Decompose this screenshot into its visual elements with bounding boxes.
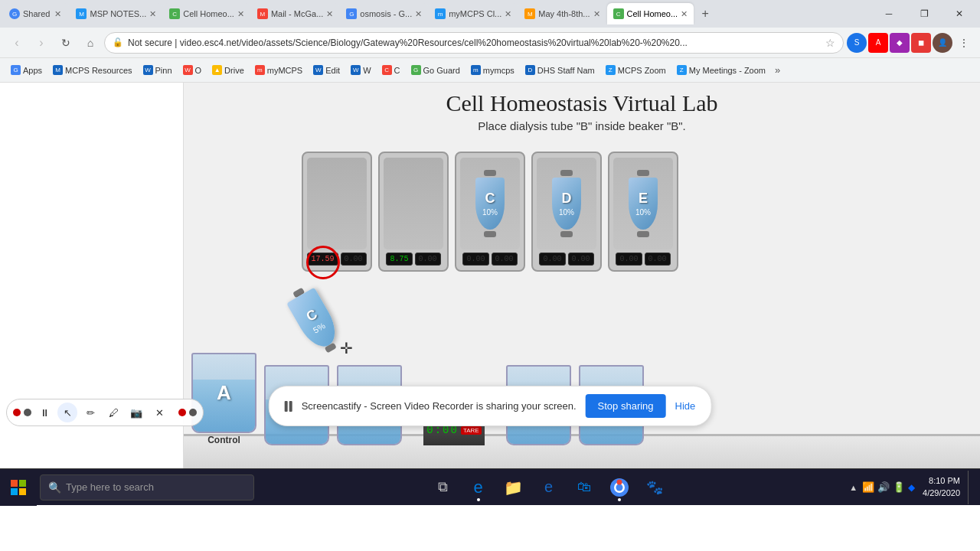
tab-mail-close[interactable]: ✕: [326, 9, 333, 19]
camera-overlay-button[interactable]: 📷: [126, 403, 146, 422]
tab-mail[interactable]: M Mail - McGa... ✕: [251, 3, 339, 24]
tab-mymcps[interactable]: m myMCPS Cl... ✕: [429, 3, 518, 24]
bookmark-w-label: W: [363, 66, 371, 75]
taskbar-app-fileexplorer[interactable]: 📁: [497, 471, 531, 504]
back-button[interactable]: ‹: [6, 32, 28, 54]
tray-chevron[interactable]: ▲: [849, 483, 858, 492]
bookmark-drive[interactable]: ▲ Drive: [207, 64, 249, 77]
show-desktop-button[interactable]: [968, 471, 974, 504]
bench-scale-tare[interactable]: TARE: [461, 426, 482, 435]
bookmark-edit[interactable]: W Edit: [309, 64, 345, 77]
bookmark-mymeetings[interactable]: Z My Meetings - Zoom: [672, 64, 770, 77]
bookmark-apps-favicon: G: [11, 65, 21, 75]
start-button[interactable]: [0, 469, 37, 506]
scale-display-c: 0.00 0.00: [462, 253, 517, 266]
pen-overlay-button[interactable]: ✏: [80, 403, 100, 422]
bookmark-star-icon[interactable]: ☆: [825, 37, 835, 49]
volume-icon[interactable]: 🔊: [877, 481, 890, 493]
ext-unknown2[interactable]: ◼: [911, 33, 931, 53]
tab-cell2[interactable]: C Cell Homeo... ✕: [607, 3, 694, 24]
tab-msp[interactable]: M MSP NOTES... ✕: [70, 3, 162, 24]
screencast-pause-button[interactable]: [285, 401, 292, 412]
browser-chrome: G Shared ✕ M MSP NOTES... ✕ C Cell Homeo…: [0, 0, 980, 83]
pause-overlay-button[interactable]: ⏸: [34, 403, 54, 422]
taskbar-app-ie[interactable]: e: [532, 471, 566, 504]
bookmark-apps[interactable]: G Apps: [6, 64, 47, 77]
windows-logo-icon: [11, 480, 26, 495]
tab-shared-close[interactable]: ✕: [53, 8, 63, 20]
scale-val2-c: 0.00: [492, 253, 518, 266]
dragging-tube-c[interactable]: C 5%: [283, 282, 346, 359]
menu-button[interactable]: ⋮: [954, 33, 974, 53]
taskbar-app-taskview[interactable]: ⧉: [426, 471, 460, 504]
tube-tie-bot-c: [484, 231, 496, 237]
close-button[interactable]: ✕: [942, 0, 977, 28]
scale-inner-b: [384, 158, 443, 249]
file-explorer-icon: 📁: [504, 478, 523, 497]
forward-button[interactable]: ›: [31, 32, 52, 54]
tab-cell1[interactable]: C Cell Homeo... ✕: [163, 3, 250, 24]
edge-icon: e: [473, 478, 482, 497]
tab-osmosis[interactable]: G osmosis - G... ✕: [340, 3, 428, 24]
tab-mymcps-favicon: m: [435, 8, 446, 19]
battery-icon[interactable]: 🔋: [893, 481, 905, 493]
tab-shared[interactable]: G Shared ✕: [3, 3, 69, 24]
taskbar-app-edge[interactable]: e: [462, 471, 495, 504]
nav-bar: ‹ › ↻ ⌂ 🔓 Not secure | video.esc4.net/vi…: [0, 28, 980, 58]
bookmark-mymcps[interactable]: m myMCPS: [250, 64, 307, 77]
highlighter-overlay-button[interactable]: 🖊: [103, 403, 123, 422]
tab-msp-close[interactable]: ✕: [149, 9, 156, 19]
svg-rect-3: [19, 488, 26, 495]
bookmarks-more-icon[interactable]: »: [772, 63, 783, 77]
dropbox-icon[interactable]: ◆: [908, 482, 915, 493]
bookmark-mcps[interactable]: M MCPS Resources: [48, 64, 136, 77]
scale-display-b: 8.75 0.00: [386, 253, 440, 266]
scale-inner-a: [307, 158, 367, 249]
tube-tie-bot-d: [560, 231, 573, 237]
cursor-overlay-button[interactable]: ↖: [57, 403, 77, 422]
ext-unknown[interactable]: ◆: [890, 33, 910, 53]
taskbar: 🔍 Type here to search ⧉ e 📁 e 🛍: [0, 468, 980, 505]
new-tab-button[interactable]: +: [694, 3, 716, 24]
bookmark-mcpszoom[interactable]: Z MCPS Zoom: [601, 64, 671, 77]
circle-annotation: [306, 246, 340, 279]
tab-cell1-favicon: C: [169, 8, 180, 19]
tab-mymcps-close[interactable]: ✕: [505, 9, 511, 19]
bookmark-goguard[interactable]: G Go Guard: [407, 64, 465, 77]
taskbar-app-unknown[interactable]: 🐾: [638, 471, 671, 504]
network-icon[interactable]: 📶: [862, 481, 874, 493]
stop-sharing-button[interactable]: Stop sharing: [586, 394, 666, 418]
restore-button[interactable]: ❐: [906, 0, 942, 28]
home-button[interactable]: ⌂: [80, 32, 101, 54]
close-overlay-button[interactable]: ✕: [149, 403, 169, 422]
bookmark-dhs[interactable]: D DHS Staff Nam: [521, 64, 599, 77]
minimize-button[interactable]: ─: [871, 0, 906, 28]
tab-cell1-close[interactable]: ✕: [237, 9, 244, 19]
system-tray: ▲ 📶 🔊 🔋 ◆ 8:10 PM 4/29/2020: [843, 471, 980, 504]
bookmark-o[interactable]: W O: [178, 64, 207, 77]
bookmark-w[interactable]: W W: [346, 64, 375, 77]
taskbar-app-chrome[interactable]: [603, 471, 636, 504]
profile-avatar[interactable]: 👤: [933, 33, 952, 53]
scale-val1-d: 0.00: [539, 253, 565, 266]
tube-pct-d: 10%: [559, 208, 574, 217]
tab-may4th-close[interactable]: ✕: [593, 9, 600, 19]
ext-screencastify[interactable]: S: [847, 33, 867, 53]
address-bar[interactable]: 🔓 Not secure | video.esc4.net/video/asse…: [104, 32, 844, 54]
tab-cell2-close[interactable]: ✕: [681, 9, 688, 19]
bookmark-edit-label: Edit: [325, 66, 340, 75]
taskbar-clock[interactable]: 8:10 PM 4/29/2020: [920, 475, 963, 499]
hide-button[interactable]: Hide: [675, 400, 696, 412]
reload-button[interactable]: ↻: [55, 32, 77, 54]
bookmark-mymcps2[interactable]: m mymcps: [466, 64, 519, 77]
beaker-a[interactable]: A: [191, 353, 256, 433]
taskbar-search-bar[interactable]: 🔍 Type here to search: [40, 474, 254, 500]
tab-may4th[interactable]: M May 4th-8th... ✕: [518, 3, 606, 24]
ext-adobe[interactable]: A: [868, 33, 888, 53]
scales-row: 17.59 0.00 8.75 0.00 C 10%: [302, 152, 678, 272]
bookmark-mcps-favicon: M: [53, 65, 63, 75]
taskbar-app-store[interactable]: 🛍: [567, 471, 601, 504]
bookmark-c[interactable]: C C: [377, 64, 405, 77]
bookmark-pinn[interactable]: W Pinn: [139, 64, 177, 77]
tab-osmosis-close[interactable]: ✕: [415, 9, 422, 19]
